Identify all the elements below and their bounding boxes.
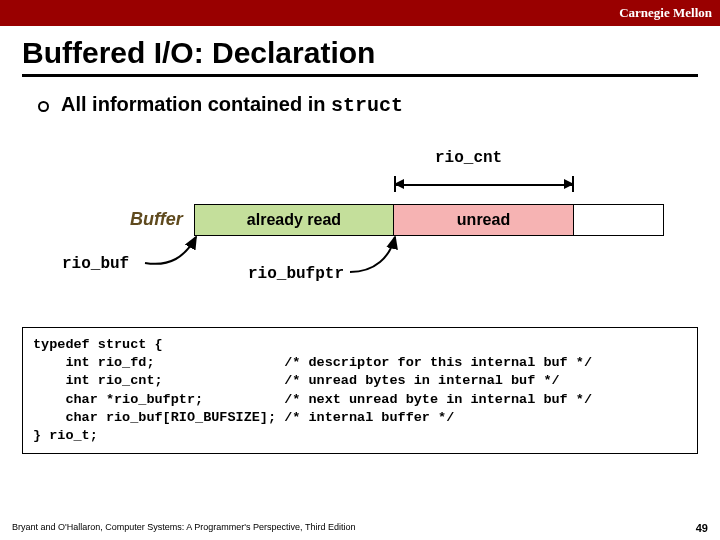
- code-l2: int rio_fd; /* descriptor for this inter…: [33, 355, 592, 370]
- bullet-icon: [38, 101, 49, 112]
- segment-free: [574, 204, 664, 236]
- page-number: 49: [696, 522, 708, 534]
- title-underline: [22, 74, 698, 77]
- rio-cnt-label: rio_cnt: [435, 149, 502, 167]
- bullet-line: All information contained in struct: [0, 93, 720, 117]
- rio-buf-label: rio_buf: [62, 255, 129, 273]
- bullet-text: All information contained in struct: [61, 93, 403, 117]
- code-l5: char rio_buf[RIO_BUFSIZE]; /* internal b…: [33, 410, 454, 425]
- buffer-box: already read unread: [194, 204, 664, 236]
- rio-bufptr-label: rio_bufptr: [248, 265, 344, 283]
- rio-cnt-bracket: [394, 172, 574, 200]
- segment-already-read: already read: [194, 204, 394, 236]
- buffer-diagram: rio_cnt Buffer already read unread rio_b…: [0, 137, 720, 327]
- slide-title: Buffered I/O: Declaration: [0, 26, 720, 74]
- buffer-word: Buffer: [130, 209, 183, 230]
- bullet-mono: struct: [331, 94, 403, 117]
- bullet-prefix: All information contained in: [61, 93, 331, 115]
- code-l3: int rio_cnt; /* unread bytes in internal…: [33, 373, 560, 388]
- segment-unread: unread: [394, 204, 574, 236]
- code-block: typedef struct { int rio_fd; /* descript…: [22, 327, 698, 454]
- code-l4: char *rio_bufptr; /* next unread byte in…: [33, 392, 592, 407]
- brand-text: Carnegie Mellon: [619, 5, 712, 20]
- brand-bar: Carnegie Mellon: [0, 0, 720, 26]
- footer-text: Bryant and O'Hallaron, Computer Systems:…: [12, 522, 355, 534]
- code-l6: } rio_t;: [33, 428, 98, 443]
- footer: Bryant and O'Hallaron, Computer Systems:…: [12, 522, 708, 534]
- code-l1: typedef struct {: [33, 337, 163, 352]
